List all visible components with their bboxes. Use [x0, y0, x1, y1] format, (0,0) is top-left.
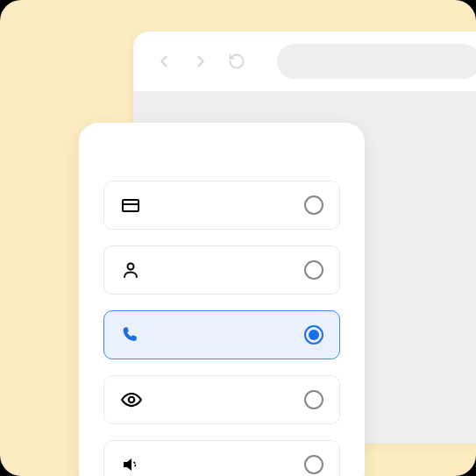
- option-phone[interactable]: [103, 310, 340, 359]
- radio-button[interactable]: [304, 455, 323, 474]
- option-speaker[interactable]: [103, 440, 340, 476]
- radio-button[interactable]: [304, 260, 323, 280]
- options-card: [79, 123, 365, 476]
- back-icon[interactable]: [154, 52, 174, 71]
- speaker-icon: [120, 454, 141, 475]
- phone-icon: [120, 325, 139, 345]
- card-icon: [120, 195, 141, 216]
- reload-icon[interactable]: [228, 53, 245, 70]
- browser-toolbar: [133, 32, 476, 91]
- radio-button[interactable]: [304, 325, 323, 345]
- person-icon: [120, 259, 141, 281]
- illustration-canvas: [0, 0, 476, 476]
- option-eye[interactable]: [103, 375, 340, 424]
- option-person[interactable]: [103, 245, 340, 295]
- option-card[interactable]: [103, 181, 340, 230]
- radio-inner: [309, 330, 319, 340]
- radio-button[interactable]: [304, 390, 323, 409]
- svg-point-3: [129, 397, 135, 403]
- svg-rect-0: [123, 200, 139, 211]
- svg-point-2: [128, 264, 134, 270]
- forward-icon[interactable]: [191, 52, 210, 71]
- radio-button[interactable]: [304, 195, 323, 215]
- address-bar[interactable]: [277, 44, 476, 79]
- eye-icon: [120, 388, 143, 411]
